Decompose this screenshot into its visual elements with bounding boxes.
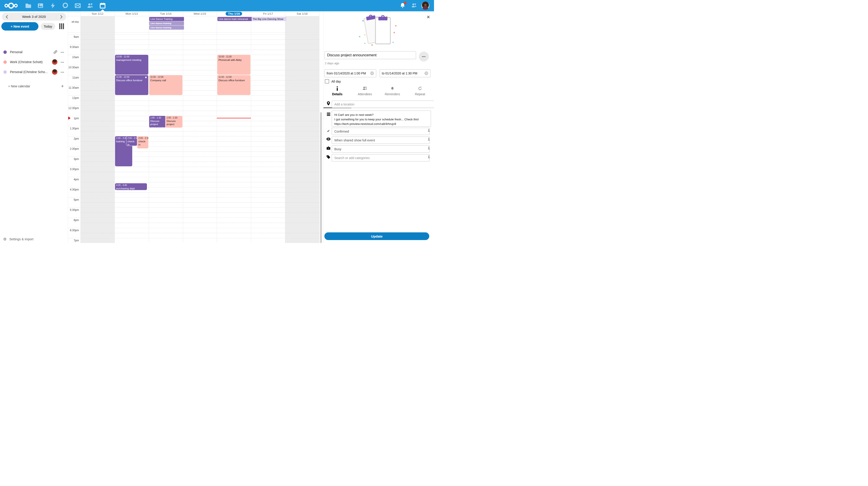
all-day-event[interactable]: Line dance training <box>149 26 184 30</box>
calendar-event[interactable]: 10:00 - 11:00management meeting <box>115 55 148 75</box>
event-start-field[interactable]: from 01/14/2020 at 1:00 PM <box>324 69 376 77</box>
time-axis-label: 1:30pm <box>68 127 79 130</box>
calendar-event[interactable]: 10:00 - 11:00Phonecall with Abby <box>217 55 250 75</box>
notifications-bell-icon[interactable] <box>399 2 406 9</box>
calendar-event[interactable]: 1:00 - 1:30Discuss project announcement <box>149 116 166 127</box>
time-axis-label: 2pm <box>68 137 79 140</box>
user-avatar[interactable] <box>421 2 430 10</box>
active-app-indicator <box>101 9 105 11</box>
timezone-globe-icon[interactable] <box>424 71 428 75</box>
event-title: Discuss office furniture <box>116 79 147 82</box>
calendar-event[interactable]: 11:00 - 12:00Company call <box>149 75 182 95</box>
grid-line-quarter <box>81 182 319 182</box>
grid-line <box>68 167 319 167</box>
today-header-pill: Thu 1/16 <box>225 12 242 16</box>
contacts-menu-icon[interactable] <box>411 2 418 9</box>
calendar-actions-icon[interactable]: ●●● <box>61 61 64 63</box>
mail-icon[interactable] <box>74 2 81 9</box>
calendar-list-item[interactable]: Work (Christine Schott)●●● <box>0 58 68 66</box>
grid-line-quarter <box>81 192 319 193</box>
files-icon[interactable] <box>24 2 32 9</box>
all-day-event[interactable]: Line dance training <box>149 21 184 25</box>
day-header: Wed 1/15 <box>183 11 217 16</box>
tab-label: Details <box>323 92 351 96</box>
tab-attendees[interactable]: Attendees <box>351 86 379 96</box>
description-textarea[interactable]: Hi Carl! are you in next week? I got som… <box>332 110 431 127</box>
grid-line-quarter <box>81 111 319 111</box>
week-label[interactable]: Week 3 of 2020 <box>12 15 56 19</box>
notification-badge <box>404 2 407 4</box>
event-editor-panel: ✕ ••• 2 days ago from 01/14/2020 at 1:00… <box>323 11 434 243</box>
gear-icon: ⚙ <box>3 237 6 241</box>
categories-input[interactable]: Search or add categories <box>332 154 430 162</box>
status-select[interactable]: Confirmed <box>332 127 430 135</box>
calendar-event[interactable]: 2:00 - 2:30check-in <box>126 136 137 146</box>
current-time-arrow-icon <box>68 116 70 120</box>
all-day-event[interactable]: Line dance main rehearsal <box>217 17 252 21</box>
event-end-field[interactable]: to 01/14/2020 at 1:30 PM <box>379 69 431 77</box>
event-time: 1:00 - 1:30 <box>166 116 181 119</box>
calendar-list-item[interactable]: Personal●●● <box>0 48 68 56</box>
grid-scrollbar-thumb[interactable] <box>320 112 322 243</box>
all-day-label: All day <box>331 80 341 83</box>
tab-reminders[interactable]: Reminders <box>379 86 406 96</box>
visibility-select[interactable]: When shared show full event <box>332 137 430 144</box>
event-title: Discuss project announcement <box>150 119 164 127</box>
calendar-event[interactable]: 11:00 - 12:00Discuss office furniture <box>115 75 148 95</box>
calendar-icon[interactable] <box>99 2 106 9</box>
view-switcher-icon[interactable] <box>59 23 64 29</box>
previous-week-button[interactable] <box>2 13 12 21</box>
grid-line-quarter <box>81 172 319 172</box>
repeat-icon <box>406 86 434 91</box>
new-calendar-button[interactable]: + New calendar + <box>0 83 68 90</box>
status-info-icon[interactable]: i <box>427 128 431 133</box>
location-input[interactable]: Add a location <box>332 101 434 108</box>
all-day-checkbox[interactable] <box>325 79 329 84</box>
close-icon[interactable]: ✕ <box>427 15 430 20</box>
reminder-bell-icon <box>379 86 406 91</box>
timezone-globe-icon[interactable] <box>370 71 374 75</box>
more-actions-button[interactable]: ••• <box>419 52 429 61</box>
talk-icon[interactable] <box>62 2 69 9</box>
update-button[interactable]: Update <box>324 232 429 240</box>
all-day-event[interactable]: The Big Line Dancing Show <box>252 17 286 21</box>
calendar-week-grid[interactable]: Sun 1/12Mon 1/13Tue 1/14Wed 1/15Thu 1/16… <box>68 11 323 243</box>
calendar-event[interactable]: 2:00 - 2:30check-in <box>137 136 148 148</box>
grid-line <box>68 34 319 35</box>
calendar-item-actions: ●●● <box>52 69 64 75</box>
all-day-toggle[interactable]: All day <box>325 79 341 84</box>
visibility-info-icon[interactable]: i <box>427 137 431 141</box>
freebusy-select[interactable]: Busy <box>332 145 430 153</box>
new-calendar-label: + New calendar <box>8 84 30 88</box>
settings-import-button[interactable]: ⚙ Settings & import <box>0 235 68 243</box>
new-event-button[interactable]: + New event <box>1 22 38 31</box>
calendar-actions-icon[interactable]: ●●● <box>61 71 64 73</box>
activity-icon[interactable] <box>49 2 57 9</box>
calendar-event[interactable]: 11:00 - 12:00Discuss office furniture <box>217 75 250 95</box>
grid-line <box>68 106 319 106</box>
event-title: Discuss office furniture <box>218 79 249 82</box>
share-link-icon[interactable] <box>53 50 57 54</box>
calendar-actions-icon[interactable]: ●●● <box>61 51 64 53</box>
all-day-event[interactable]: Line Dance Training <box>149 17 184 21</box>
tab-repeat[interactable]: Repeat <box>406 86 434 96</box>
categories-info-icon[interactable]: i <box>427 155 431 159</box>
next-week-button[interactable] <box>56 13 66 21</box>
photos-icon[interactable] <box>37 2 44 9</box>
grid-column-border <box>149 11 149 243</box>
grid-line <box>68 146 319 147</box>
time-axis-label: 9am <box>68 35 79 38</box>
freebusy-info-icon[interactable]: i <box>427 146 431 150</box>
calendar-event[interactable]: 4:20 - 4:40purchasing dept <box>115 183 147 190</box>
calendar-name: Work (Christine Schott) <box>10 60 52 64</box>
event-title-input[interactable] <box>324 51 416 59</box>
event-time: 4:20 - 4:40 <box>116 184 146 187</box>
visibility-eye-icon <box>326 138 331 141</box>
today-button[interactable]: Today <box>41 23 55 30</box>
contacts-icon[interactable] <box>87 2 94 9</box>
calendar-list-item[interactable]: Personal (Christine Scho...●●● <box>0 68 68 76</box>
tab-details[interactable]: Details <box>323 86 351 96</box>
calendar-event[interactable]: 1:00 - 1:30Discuss project <box>165 116 182 127</box>
time-axis-label: 9:30am <box>68 46 79 49</box>
nextcloud-logo-icon[interactable] <box>4 2 19 9</box>
